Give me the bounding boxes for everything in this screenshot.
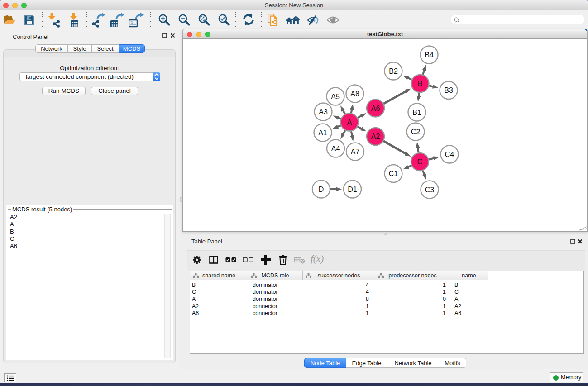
svg-text:A8: A8: [350, 90, 359, 98]
svg-text:A7: A7: [351, 148, 360, 156]
svg-text:C4: C4: [445, 151, 454, 158]
svg-text:A5: A5: [331, 93, 340, 100]
svg-text:B3: B3: [444, 86, 453, 94]
svg-text:D1: D1: [348, 186, 357, 193]
svg-text:B: B: [418, 80, 423, 87]
svg-text:C: C: [417, 158, 423, 166]
svg-text:A2: A2: [371, 133, 380, 140]
svg-text:A: A: [347, 119, 352, 126]
svg-text:A6: A6: [371, 105, 380, 112]
svg-text:B1: B1: [412, 109, 421, 116]
svg-text:C2: C2: [411, 128, 421, 136]
svg-text:B2: B2: [389, 67, 398, 75]
svg-text:A4: A4: [331, 145, 340, 152]
svg-text:D: D: [319, 186, 324, 193]
svg-text:C1: C1: [389, 170, 398, 177]
svg-text:A3: A3: [319, 108, 328, 116]
svg-text:B4: B4: [425, 51, 434, 59]
svg-text:C3: C3: [425, 186, 435, 194]
svg-text:A1: A1: [318, 129, 327, 137]
